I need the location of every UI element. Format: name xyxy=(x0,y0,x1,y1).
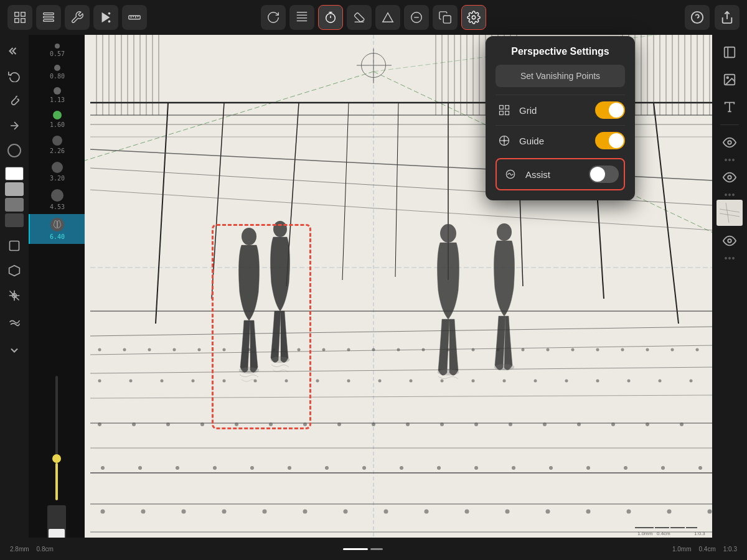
svg-rect-186 xyxy=(15,19,19,22)
down-chevron-button[interactable] xyxy=(3,339,26,362)
eraser-button[interactable] xyxy=(347,5,372,30)
shape-tool-button[interactable] xyxy=(3,235,26,257)
wrench-icon xyxy=(70,11,84,24)
brush-size-453[interactable]: 4.53 xyxy=(29,185,85,214)
canvas-area[interactable]: 1.0mm 0.4cm 1:0.3 xyxy=(0,0,747,560)
new-canvas-button[interactable] xyxy=(717,40,742,65)
gear-settings-button[interactable] xyxy=(461,5,486,30)
white-swatch[interactable] xyxy=(5,167,24,180)
pencil-icon xyxy=(8,264,21,277)
add-button[interactable] xyxy=(433,5,458,30)
svg-point-113 xyxy=(596,380,599,383)
brush-size-160[interactable]: 1.60 xyxy=(29,107,85,132)
eye-icon-2 xyxy=(723,170,736,184)
svg-point-150 xyxy=(661,466,665,470)
svg-rect-184 xyxy=(15,12,19,16)
svg-text:1:0.3: 1:0.3 xyxy=(694,531,705,536)
fill-button[interactable] xyxy=(289,5,314,30)
ruler-button[interactable] xyxy=(122,5,147,30)
scale-value-2: 0.8cm xyxy=(37,546,54,553)
svg-point-202 xyxy=(326,14,336,23)
minus-icon xyxy=(410,11,423,24)
timer-button[interactable] xyxy=(318,5,343,30)
smudge-icon xyxy=(8,314,21,327)
circle-tool-button[interactable] xyxy=(7,144,21,157)
scale-label-1: 1.0mm xyxy=(672,546,692,553)
left-toolbar xyxy=(0,35,29,560)
image-icon xyxy=(723,73,736,86)
grid-toggle-thumb xyxy=(609,103,624,118)
perspective-tool-button[interactable] xyxy=(375,5,400,30)
arrow-tool-button[interactable] xyxy=(3,114,26,137)
undo-button[interactable] xyxy=(3,65,26,87)
svg-rect-189 xyxy=(44,16,54,18)
gray-mid-swatch[interactable] xyxy=(5,198,24,212)
brush-button[interactable] xyxy=(3,90,26,112)
svg-point-119 xyxy=(166,422,170,426)
svg-point-165 xyxy=(627,510,631,514)
svg-point-109 xyxy=(472,380,475,383)
svg-marker-207 xyxy=(383,13,393,22)
svg-point-90 xyxy=(547,348,550,352)
layer-eye-3[interactable] xyxy=(717,228,742,253)
svg-rect-236 xyxy=(505,111,509,115)
brush-size-113[interactable]: 1.13 xyxy=(29,83,85,107)
layer-eye-1[interactable] xyxy=(717,130,742,155)
svg-point-145 xyxy=(474,466,478,470)
help-button[interactable] xyxy=(685,5,710,30)
undo-icon xyxy=(8,70,21,82)
svg-point-149 xyxy=(624,466,627,470)
grid-small-icon xyxy=(498,104,510,116)
grid-button[interactable] xyxy=(7,5,32,30)
svg-point-151 xyxy=(698,466,702,470)
fill-tool-button[interactable] xyxy=(3,284,26,307)
svg-point-168 xyxy=(242,228,256,245)
brush-size-057[interactable]: 0.57 xyxy=(29,40,85,61)
settings-button[interactable] xyxy=(65,5,90,30)
svg-point-223 xyxy=(726,77,728,78)
minus-button[interactable] xyxy=(404,5,429,30)
svg-point-81 xyxy=(322,348,326,352)
layers-button[interactable] xyxy=(36,5,61,30)
svg-point-155 xyxy=(222,510,227,514)
sketch-canvas: 1.0mm 0.4cm 1:0.3 xyxy=(0,0,747,560)
brush-size-320[interactable]: 3.20 xyxy=(29,158,85,185)
pencil-tool-button[interactable] xyxy=(3,259,26,282)
rotate-button[interactable] xyxy=(261,5,286,30)
assist-toggle[interactable] xyxy=(589,166,619,183)
layer-thumbnail-1[interactable] xyxy=(716,200,743,226)
svg-point-148 xyxy=(586,466,590,470)
scale-bar-dark xyxy=(370,548,383,550)
svg-rect-217 xyxy=(10,241,19,251)
copy-icon xyxy=(438,11,452,24)
transform-button[interactable] xyxy=(93,5,118,30)
svg-rect-211 xyxy=(443,16,451,23)
brush-size-080[interactable]: 0.80 xyxy=(29,61,85,83)
svg-point-191 xyxy=(108,12,111,15)
collapse-button[interactable] xyxy=(3,40,26,62)
share-button[interactable] xyxy=(715,5,740,30)
svg-point-83 xyxy=(372,348,375,352)
svg-point-104 xyxy=(316,380,319,383)
svg-point-154 xyxy=(182,510,186,514)
gray-light-swatch[interactable] xyxy=(5,182,24,196)
image-button[interactable] xyxy=(717,67,742,92)
svg-point-93 xyxy=(621,348,624,352)
svg-point-170 xyxy=(273,221,287,237)
text-button[interactable] xyxy=(717,95,742,119)
assist-toggle-icon xyxy=(502,166,519,183)
grid-toggle[interactable] xyxy=(595,101,625,119)
guide-toggle[interactable] xyxy=(595,132,625,149)
brush-size-226[interactable]: 2.26 xyxy=(29,132,85,158)
brush-size-640[interactable]: 6.40 xyxy=(29,214,85,244)
dots-row-3 xyxy=(725,256,735,261)
svg-rect-188 xyxy=(44,13,54,15)
svg-point-99 xyxy=(161,380,164,383)
svg-point-91 xyxy=(571,348,575,352)
eye-icon-3 xyxy=(723,234,736,248)
svg-point-172 xyxy=(440,224,456,243)
layer-eye-2[interactable] xyxy=(717,165,742,190)
set-vanishing-points-button[interactable]: Set Vanishing Points xyxy=(496,65,625,87)
smudge-button[interactable] xyxy=(3,309,26,332)
gray-dark-swatch[interactable] xyxy=(5,213,24,227)
